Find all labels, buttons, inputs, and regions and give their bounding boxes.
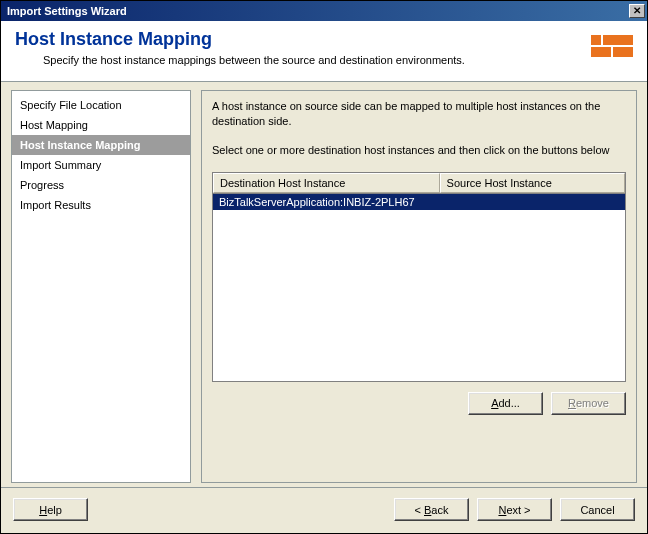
grid-actions: Add... Remove (212, 392, 626, 415)
add-button[interactable]: Add... (468, 392, 543, 415)
page-subtitle: Specify the host instance mappings betwe… (43, 54, 465, 66)
titlebar-buttons: ✕ (627, 4, 645, 18)
page-title: Host Instance Mapping (15, 29, 465, 50)
footer-left: Help (13, 498, 88, 521)
remove-button: Remove (551, 392, 626, 415)
sidebar-item-progress[interactable]: Progress (12, 175, 190, 195)
intro-text: A host instance on source side can be ma… (212, 99, 626, 129)
window-title: Import Settings Wizard (7, 5, 127, 17)
footer: Help < Back Next > Cancel (1, 487, 647, 533)
svg-rect-3 (613, 47, 633, 57)
cell-source (440, 194, 625, 210)
column-header-destination[interactable]: Destination Host Instance (213, 173, 440, 193)
sidebar: Specify File Location Host Mapping Host … (11, 90, 191, 483)
body-area: Specify File Location Host Mapping Host … (1, 82, 647, 487)
main-panel: A host instance on source side can be ma… (201, 90, 637, 483)
footer-right: < Back Next > Cancel (394, 498, 635, 521)
sidebar-item-host-mapping[interactable]: Host Mapping (12, 115, 190, 135)
titlebar: Import Settings Wizard ✕ (1, 1, 647, 21)
instruction-text: Select one or more destination host inst… (212, 143, 626, 158)
table-row[interactable]: BizTalkServerApplication:INBIZ-2PLH67 (213, 194, 625, 210)
close-icon[interactable]: ✕ (629, 4, 645, 18)
grid-header: Destination Host Instance Source Host In… (213, 173, 625, 194)
sidebar-item-import-results[interactable]: Import Results (12, 195, 190, 215)
sidebar-item-specify-file-location[interactable]: Specify File Location (12, 95, 190, 115)
header-text: Host Instance Mapping Specify the host i… (15, 29, 465, 66)
header-panel: Host Instance Mapping Specify the host i… (1, 21, 647, 82)
svg-rect-0 (591, 35, 601, 45)
svg-rect-1 (603, 35, 633, 45)
host-instance-grid: Destination Host Instance Source Host In… (212, 172, 626, 382)
column-header-source[interactable]: Source Host Instance (440, 173, 625, 193)
svg-rect-2 (591, 47, 611, 57)
grid-body[interactable]: BizTalkServerApplication:INBIZ-2PLH67 (213, 194, 625, 381)
help-button[interactable]: Help (13, 498, 88, 521)
back-button[interactable]: < Back (394, 498, 469, 521)
sidebar-item-host-instance-mapping[interactable]: Host Instance Mapping (12, 135, 190, 155)
wizard-window: Import Settings Wizard ✕ Host Instance M… (0, 0, 648, 534)
wizard-icon (591, 29, 633, 71)
next-button[interactable]: Next > (477, 498, 552, 521)
sidebar-item-import-summary[interactable]: Import Summary (12, 155, 190, 175)
cancel-button[interactable]: Cancel (560, 498, 635, 521)
cell-destination: BizTalkServerApplication:INBIZ-2PLH67 (213, 194, 440, 210)
